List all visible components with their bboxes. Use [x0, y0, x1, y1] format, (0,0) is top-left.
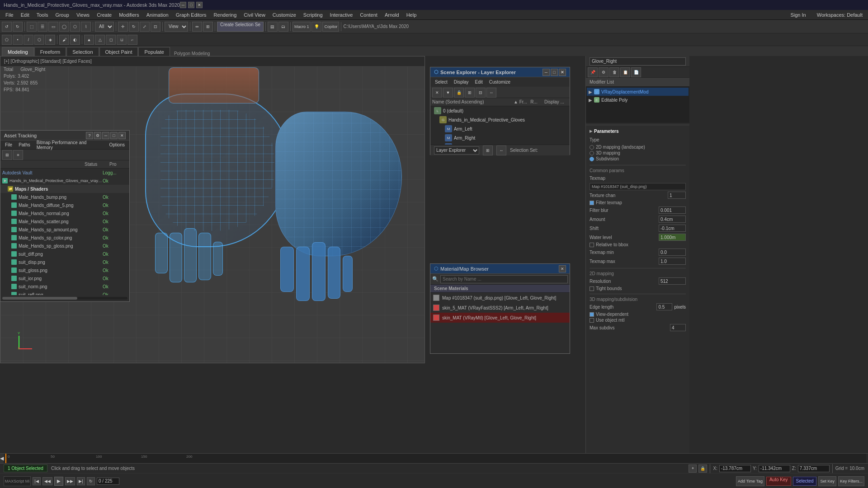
se-filter2-btn[interactable]: ▼ — [443, 88, 453, 98]
filter-texmap-cb[interactable] — [590, 201, 594, 205]
se-row-hands-group[interactable]: G Hands_in_Medical_Protective_Gloves — [430, 115, 570, 124]
tab-object-paint[interactable]: Object Paint — [99, 47, 138, 56]
select-by-name-button[interactable]: ☰ — [38, 22, 47, 32]
select-scale-button[interactable]: ⊡ — [151, 22, 160, 32]
scale-button[interactable]: ⤢ — [140, 22, 150, 32]
menu-modifiers[interactable]: Modifiers — [115, 11, 143, 19]
light-button[interactable]: 💡 — [311, 22, 321, 32]
se-row-default[interactable]: L 0 (default) — [430, 106, 570, 115]
bevel-btn[interactable]: △ — [95, 35, 105, 45]
modifier-item-1[interactable]: ▶ E Editable Poly — [587, 96, 689, 104]
se-row-arm-left[interactable]: M Arm_Left — [430, 124, 570, 133]
texmap-value-display[interactable]: Map #1018347 (suit_disp.png) — [590, 183, 686, 190]
menu-arnold[interactable]: Arnold — [381, 11, 403, 19]
mb-close-btn[interactable]: ✕ — [559, 265, 566, 272]
add-time-tag-btn[interactable]: Add Time Tag — [736, 476, 764, 486]
redo-button[interactable]: ↻ — [13, 22, 23, 32]
z-coord-input[interactable] — [798, 465, 830, 472]
edge-length-input[interactable] — [656, 303, 672, 310]
frame-input[interactable] — [97, 478, 119, 485]
vertex-btn[interactable]: • — [13, 35, 23, 45]
use-obj-mtl-cb[interactable] — [590, 318, 594, 323]
at-restore-btn[interactable]: □ — [110, 132, 118, 139]
menu-tools[interactable]: Tools — [33, 11, 52, 19]
se-row-glove-left[interactable]: M Glove_Left — [430, 142, 570, 145]
texchan-input[interactable] — [668, 192, 686, 199]
menu-create[interactable]: Create — [93, 11, 115, 19]
rel-bbox-cb[interactable] — [590, 243, 594, 247]
at-row-file-6[interactable]: Male_Hands_sp_gloss.png Ok — [0, 242, 129, 250]
at-close-btn[interactable]: ✕ — [118, 132, 126, 139]
rp-delete-btn[interactable]: 🗑 — [609, 67, 619, 77]
filter-blur-input[interactable] — [659, 206, 686, 214]
max-subdivs-input[interactable] — [670, 324, 686, 331]
se-filter-btn[interactable]: ✕ — [432, 88, 442, 98]
at-row-file-7[interactable]: suit_diff.png Ok — [0, 250, 129, 258]
at-thumb-view-btn[interactable]: ⊞ — [2, 150, 12, 160]
at-row-file-8[interactable]: suit_disp.png Ok — [0, 258, 129, 266]
at-menu-paths[interactable]: Paths — [16, 142, 33, 148]
chamfer-btn[interactable]: ⌐ — [127, 35, 137, 45]
timeline-expand-btn[interactable]: ◀ — [0, 454, 4, 463]
reference-coord-select[interactable]: View — [165, 22, 188, 32]
texmap-min-input[interactable] — [659, 249, 686, 256]
auto-key-btn[interactable]: Auto Key — [766, 477, 791, 486]
set-key-btn[interactable]: Set Key — [818, 476, 836, 486]
tight-bounds-cb[interactable] — [590, 286, 594, 291]
modifier-item-0[interactable]: ▶ V VRayDisplacementMod — [587, 88, 689, 96]
scene-explorer-button[interactable]: 🗂 — [278, 22, 288, 32]
menu-help[interactable]: Help — [403, 11, 420, 19]
y-coord-input[interactable] — [759, 465, 790, 472]
timeline-playhead[interactable] — [5, 454, 6, 463]
extrude-btn[interactable]: ▲ — [84, 35, 94, 45]
rp-settings-btn[interactable]: ⚙ — [599, 67, 609, 77]
se-expand-btn[interactable]: ⊞ — [465, 88, 475, 98]
maxscript-mini[interactable]: MAXScript Mi — [4, 476, 31, 486]
mb-close-icon[interactable]: ✕ — [559, 265, 566, 272]
mb-content[interactable]: Map #1018347 (suit_disp.png) [Glove_Left… — [430, 293, 570, 353]
se-footer-btn1[interactable]: ⊞ — [483, 145, 493, 155]
view-dependent-cb[interactable] — [590, 312, 594, 317]
mb-search-input[interactable] — [440, 275, 568, 283]
radio-sub[interactable] — [590, 157, 594, 161]
resolution-input[interactable] — [659, 277, 686, 285]
at-row-main-file[interactable]: ▶ Hands_in_Medical_Protective_Gloves_max… — [0, 177, 129, 185]
radio-2d[interactable] — [590, 145, 594, 150]
loop-btn[interactable]: ↻ — [87, 477, 95, 485]
menu-content[interactable]: Content — [356, 11, 381, 19]
rotate-button[interactable]: ↻ — [129, 22, 139, 32]
rp-pin-btn[interactable]: 📌 — [588, 67, 598, 77]
at-row-file-1[interactable]: Male_Hands_diffuse_5.png Ok — [0, 201, 129, 209]
select-object-button[interactable]: ⬚ — [27, 22, 37, 32]
at-content[interactable]: Status Pro Autodesk Vault Logg... ▶ Hand… — [0, 160, 129, 295]
at-scrollbar[interactable] — [2, 297, 127, 300]
at-help-btn[interactable]: ? — [86, 132, 93, 139]
x-coord-input[interactable] — [719, 465, 751, 472]
menu-rendering[interactable]: Rendering — [210, 11, 241, 19]
workspaces-label[interactable]: Workspaces: Default — [813, 11, 866, 19]
at-row-file-11[interactable]: suit_norm.png Ok — [0, 282, 129, 291]
at-row-maps-folder[interactable]: 📁 Maps / Shaders — [0, 185, 129, 193]
next-frame-btn[interactable]: ▶| — [77, 477, 85, 485]
modifier-list[interactable]: ▶ V VRayDisplacementMod ▶ E Editable Pol… — [586, 87, 689, 123]
se-close-btn[interactable]: ✕ — [559, 69, 566, 76]
at-menu-options[interactable]: Options — [107, 142, 127, 148]
shift-input[interactable] — [659, 225, 686, 232]
fence-select-button[interactable]: ⬡ — [70, 22, 80, 32]
texmap-max-input[interactable] — [659, 258, 686, 265]
se-menu-customize[interactable]: Customize — [486, 79, 513, 85]
element-btn[interactable]: ◈ — [45, 35, 55, 45]
se-minimize-btn[interactable]: ─ — [542, 69, 550, 76]
menu-group[interactable]: Group — [52, 11, 73, 19]
next-key-btn[interactable]: ▶▶ — [65, 477, 75, 485]
macro-button[interactable]: Macro 1 — [292, 22, 311, 32]
undo-button[interactable]: ↺ — [2, 22, 12, 32]
mirror-button[interactable]: ⇔ — [192, 22, 202, 32]
menu-customize[interactable]: Customize — [269, 11, 300, 19]
rp-paste-btn[interactable]: 📄 — [631, 67, 641, 77]
minimize-button[interactable]: ─ — [180, 2, 186, 8]
tab-modeling[interactable]: Modeling — [2, 47, 34, 56]
se-row-arm-right[interactable]: M Arm_Right — [430, 133, 570, 142]
prev-key-btn[interactable]: ◀◀ — [42, 477, 52, 485]
at-row-file-0[interactable]: Male_Hands_bump.png Ok — [0, 193, 129, 201]
